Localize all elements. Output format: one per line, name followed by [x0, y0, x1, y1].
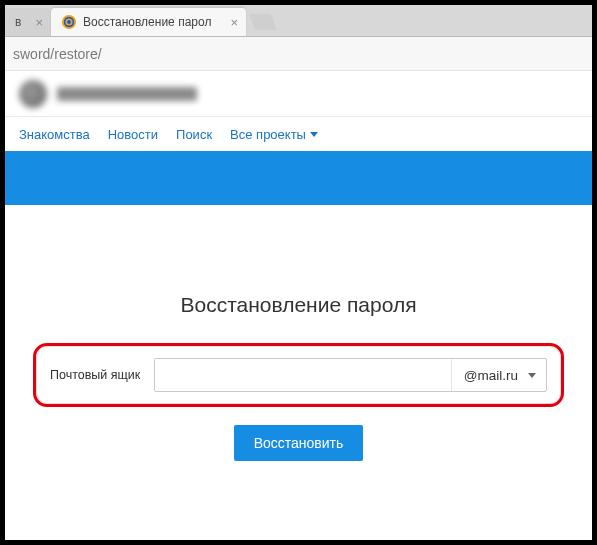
- header-banner: [5, 151, 592, 205]
- tab-title-fragment: в: [15, 15, 21, 29]
- email-label: Почтовый ящик: [50, 368, 140, 382]
- close-icon[interactable]: ×: [35, 16, 43, 29]
- domain-select[interactable]: @mail.ru: [451, 359, 546, 391]
- blurred-logo: [19, 80, 197, 108]
- browser-tab-active[interactable]: Восстановление парол ×: [51, 8, 246, 36]
- email-row-highlight: Почтовый ящик @mail.ru: [33, 343, 564, 407]
- url-text: sword/restore/: [13, 46, 102, 62]
- browser-url-bar[interactable]: sword/restore/: [5, 37, 592, 71]
- svg-point-2: [67, 20, 71, 24]
- domain-selected-label: @mail.ru: [464, 368, 518, 383]
- nav-link-search[interactable]: Поиск: [176, 127, 212, 142]
- email-input[interactable]: [155, 359, 450, 391]
- logo-icon: [19, 80, 47, 108]
- nav-link-news[interactable]: Новости: [108, 127, 158, 142]
- logo-text: [57, 87, 197, 101]
- close-icon[interactable]: ×: [230, 16, 238, 29]
- nav-link-label: Все проекты: [230, 127, 306, 142]
- site-toolbar: [5, 71, 592, 117]
- main-content: Восстановление пароля Почтовый ящик @mai…: [5, 205, 592, 461]
- chevron-down-icon: [310, 132, 318, 137]
- mailru-favicon-icon: [61, 14, 77, 30]
- new-tab-button[interactable]: [249, 14, 277, 30]
- email-input-group: @mail.ru: [154, 358, 547, 392]
- browser-tab-inactive[interactable]: в ×: [5, 8, 51, 36]
- tab-title: Восстановление парол: [83, 15, 211, 29]
- nav-link-dating[interactable]: Знакомства: [19, 127, 90, 142]
- chevron-down-icon: [528, 373, 536, 378]
- page-title: Восстановление пароля: [33, 293, 564, 317]
- top-nav: Знакомства Новости Поиск Все проекты: [5, 117, 592, 151]
- restore-button[interactable]: Восстановить: [234, 425, 364, 461]
- browser-tabstrip: в × Восстановление парол ×: [5, 5, 592, 37]
- nav-link-all-projects[interactable]: Все проекты: [230, 127, 318, 142]
